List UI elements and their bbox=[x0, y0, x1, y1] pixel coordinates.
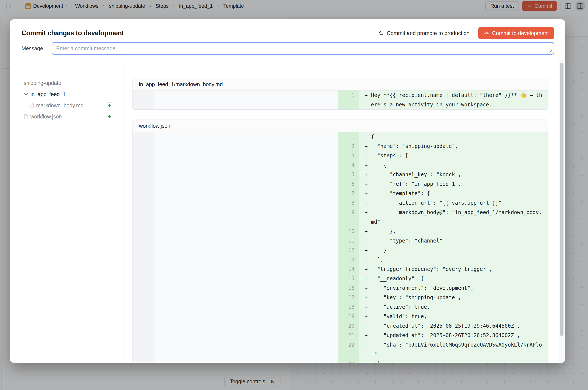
diff-row: 9+ "markdown_body@": "in_app_feed_1/mark… bbox=[132, 208, 548, 217]
diff-row: 6+ "ref": "in_app_feed_1", bbox=[132, 179, 548, 189]
old-line-number-cell bbox=[132, 100, 154, 109]
diff-add-sign: + bbox=[365, 312, 371, 321]
message-label: Message bbox=[21, 45, 52, 51]
new-content-cell: + "created_at": "2025-08-25T19:29:46.644… bbox=[359, 321, 548, 331]
commit-message-input[interactable] bbox=[52, 42, 554, 55]
commit-and-promote-button[interactable]: Commit and promote to production bbox=[373, 27, 475, 39]
old-content-cell bbox=[154, 255, 338, 264]
modal-header: Commit changes to development Commit and… bbox=[10, 19, 565, 60]
diff-row: 16+ "environment": "development", bbox=[132, 283, 548, 293]
added-status-icon bbox=[107, 113, 112, 120]
new-line-number-cell bbox=[338, 217, 359, 227]
old-content-cell bbox=[154, 227, 338, 236]
old-content-cell bbox=[154, 179, 338, 189]
diff-add-sign: + bbox=[365, 142, 371, 151]
new-content-cell: + "channel_key": "knock", bbox=[359, 170, 548, 179]
old-line-number-cell bbox=[132, 274, 154, 283]
modal-scrollbar-thumb[interactable] bbox=[560, 63, 563, 336]
old-line-number-cell bbox=[132, 283, 154, 293]
old-line-number-cell bbox=[132, 91, 154, 100]
new-content-cell: + "name": "shipping-update", bbox=[359, 142, 548, 151]
new-content-cell: + "action_url": "{{ vars.app_url }}", bbox=[359, 198, 548, 208]
new-line-number-cell: 6 bbox=[338, 179, 359, 189]
modal-title: Commit changes to development bbox=[21, 29, 124, 37]
old-line-number-cell bbox=[132, 245, 154, 255]
diff-add-sign: + bbox=[365, 340, 371, 349]
old-line-number-cell bbox=[132, 208, 154, 217]
new-line-number-cell: 21 bbox=[338, 331, 359, 340]
tree-file-label: markdown_body.md bbox=[36, 102, 83, 109]
modal-scrollbar-track[interactable] bbox=[559, 60, 564, 363]
old-content-cell bbox=[154, 100, 338, 109]
old-content-cell bbox=[154, 293, 338, 302]
new-content-cell: =" bbox=[359, 349, 548, 359]
changed-files-tree: shipping-update in_app_feed_1 markdown_b… bbox=[10, 60, 123, 363]
tree-item-markdown-body[interactable]: markdown_body.md bbox=[24, 100, 112, 111]
diff-add-sign: + bbox=[365, 245, 371, 255]
new-line-number-cell: 8 bbox=[338, 198, 359, 208]
tree-item-step-group[interactable]: in_app_feed_1 bbox=[24, 89, 112, 100]
diff-row: 18+ "active": true, bbox=[132, 302, 548, 312]
diff-line-text: "trigger_frequency": "every_trigger", bbox=[371, 264, 492, 274]
diff-row: 10+ }, bbox=[132, 227, 548, 236]
old-content-cell bbox=[154, 217, 338, 227]
diff-row: 23+ } bbox=[132, 359, 548, 363]
diff-add-sign: + bbox=[365, 274, 371, 283]
old-content-cell bbox=[154, 312, 338, 321]
promote-icon bbox=[378, 30, 384, 36]
old-line-number-cell bbox=[132, 264, 154, 274]
old-line-number-cell bbox=[132, 198, 154, 208]
new-content-cell: + } bbox=[359, 245, 548, 255]
old-line-number-cell bbox=[132, 312, 154, 321]
tree-item-workflow-json[interactable]: workflow.json bbox=[24, 111, 112, 122]
new-content-cell: + ], bbox=[359, 255, 548, 264]
diff-line-text: ], bbox=[371, 255, 383, 264]
tree-root-label: shipping-update bbox=[24, 80, 61, 86]
new-line-number-cell: 18 bbox=[338, 302, 359, 312]
diff-add-sign: + bbox=[365, 264, 371, 274]
diff-add-sign: + bbox=[365, 189, 371, 198]
resize-handle-icon[interactable] bbox=[549, 49, 553, 53]
diff-line-text: } bbox=[371, 359, 380, 363]
diff-line-text: "__readonly": { bbox=[371, 274, 424, 283]
diff-line-text: "channel_key": "knock", bbox=[371, 170, 461, 179]
added-status-icon bbox=[107, 102, 112, 108]
diff-line-text: "updated_at": "2025-08-26T20:26:52.36400… bbox=[371, 331, 520, 340]
new-content-cell: + "updated_at": "2025-08-26T20:26:52.364… bbox=[359, 331, 548, 340]
tree-file-label: workflow.json bbox=[30, 113, 62, 120]
diff-add-sign: + bbox=[365, 255, 371, 264]
tree-item-workflow-root[interactable]: shipping-update bbox=[24, 77, 112, 89]
new-content-cell: + "__readonly": { bbox=[359, 274, 548, 283]
diff-row: 21+ "updated_at": "2025-08-26T20:26:52.3… bbox=[132, 331, 548, 340]
diff-line-text: "markdown_body@": "in_app_feed_1/markdow… bbox=[371, 208, 542, 217]
diff-add-sign: + bbox=[365, 170, 371, 179]
old-line-number-cell bbox=[132, 302, 154, 312]
new-line-number-cell: 22 bbox=[338, 340, 359, 349]
diff-line-text: Hey **{{ recipient.name | default: "ther… bbox=[371, 91, 542, 100]
old-content-cell bbox=[154, 142, 338, 151]
modal-body: shipping-update in_app_feed_1 markdown_b… bbox=[10, 60, 565, 363]
diff-line-text: "steps": [ bbox=[371, 151, 408, 160]
diff-card: workflow.json1+{2+ "name": "shipping-upd… bbox=[132, 120, 548, 363]
diff-file-header: workflow.json bbox=[132, 120, 548, 132]
new-line-number-cell: 2 bbox=[338, 142, 359, 151]
new-line-number-cell: 17 bbox=[338, 293, 359, 302]
old-line-number-cell bbox=[132, 321, 154, 331]
new-content-cell: + "active": true, bbox=[359, 302, 548, 312]
new-content-cell: + "key": "shipping-update", bbox=[359, 293, 548, 302]
diff-row: md" bbox=[132, 217, 548, 227]
diff-add-sign: + bbox=[365, 198, 371, 208]
new-line-number-cell: 7 bbox=[338, 189, 359, 198]
old-line-number-cell bbox=[132, 293, 154, 302]
commit-to-development-button[interactable]: Commit to development bbox=[478, 27, 554, 39]
new-content-cell: +Hey **{{ recipient.name | default: "the… bbox=[359, 91, 548, 100]
diff-add-sign: + bbox=[365, 359, 371, 363]
diff-line-text: "key": "shipping-update", bbox=[371, 293, 461, 302]
new-content-cell: + "markdown_body@": "in_app_feed_1/markd… bbox=[359, 208, 548, 217]
diff-add-sign: + bbox=[365, 283, 371, 293]
old-line-number-cell bbox=[132, 217, 154, 227]
diff-add-sign: + bbox=[365, 208, 371, 217]
new-line-number-cell: 11 bbox=[338, 236, 359, 245]
new-line-number-cell bbox=[338, 349, 359, 359]
old-content-cell bbox=[154, 274, 338, 283]
